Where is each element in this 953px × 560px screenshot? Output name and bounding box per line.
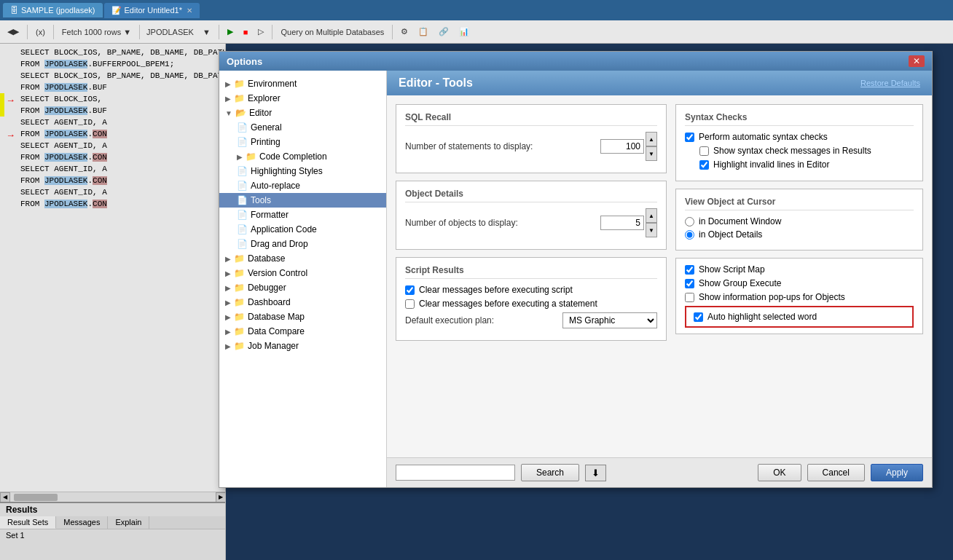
- options-close-btn[interactable]: ✕: [909, 55, 925, 67]
- toolbar-xvar-btn[interactable]: (x): [31, 25, 50, 39]
- object-details-radio[interactable]: [685, 230, 694, 240]
- tree-item-explorer[interactable]: ▶ 📁 Explorer: [219, 91, 386, 106]
- main-area: → → SELECT BLOCK_IOS, BP_NAME, DB_NAME, …: [0, 44, 953, 560]
- view-object-title: View Object at Cursor: [685, 197, 914, 210]
- doc-window-label: in Document Window: [699, 216, 781, 226]
- stop-btn[interactable]: ■: [239, 25, 253, 39]
- cancel-btn[interactable]: Cancel: [807, 464, 865, 481]
- tools-btn4[interactable]: 📊: [455, 25, 474, 39]
- objects-spin-up[interactable]: ▲: [646, 208, 657, 223]
- sql-recall-title: SQL Recall: [405, 112, 657, 126]
- apply-btn[interactable]: Apply: [871, 464, 923, 481]
- folder-icon-env: 📁: [234, 79, 245, 89]
- main-toolbar: ◀▶ (x) Fetch 1000 rows ▼ JPODLASEK ▼ ▶ ■…: [0, 20, 953, 44]
- statements-spin-down[interactable]: ▼: [646, 146, 657, 161]
- tree-arrow-explorer: ▶: [225, 95, 231, 103]
- tree-arrow-dashboard: ▶: [225, 299, 231, 307]
- tree-item-code-completion[interactable]: ▶ 📁 Code Completion: [219, 149, 386, 164]
- folder-icon-dbmap: 📁: [234, 312, 245, 322]
- tree-label-vc: Version Control: [248, 268, 307, 278]
- dialog-overlay: Options ✕ ▶ 📁 Environment ▶ 📁: [0, 44, 953, 560]
- tree-item-db-map[interactable]: ▶ 📁 Database Map: [219, 309, 386, 324]
- objects-row: Number of objects to display: ▲ ▼: [405, 208, 657, 237]
- tree-label-dashboard: Dashboard: [248, 297, 291, 307]
- clear-script-checkbox[interactable]: [405, 285, 415, 295]
- show-messages-row: Show syntax check messages in Results: [685, 146, 914, 156]
- tab-editor-close[interactable]: ✕: [187, 7, 192, 15]
- tools-btn3[interactable]: 🔗: [434, 25, 453, 39]
- object-details-section: Object Details Number of objects to disp…: [396, 181, 667, 250]
- objects-input[interactable]: [600, 216, 644, 230]
- folder-icon-debugger: 📁: [234, 283, 245, 293]
- tree-arrow-debugger: ▶: [225, 284, 231, 292]
- footer-search-input[interactable]: [396, 465, 515, 481]
- tree-item-highlighting[interactable]: 📄 Highlighting Styles: [219, 164, 386, 178]
- show-group-execute-checkbox[interactable]: [685, 279, 694, 288]
- tree-label-formatter: Formatter: [251, 210, 289, 220]
- query-multi-btn[interactable]: Query on Multiple Databases: [276, 25, 388, 39]
- run-all-btn[interactable]: ▷: [254, 25, 268, 39]
- tab-sample[interactable]: 🗄 SAMPLE (jpodlasek): [3, 3, 103, 17]
- tree-item-database[interactable]: ▶ 📁 Database: [219, 251, 386, 266]
- show-info-popups-label: Show information pop-ups for Objects: [699, 292, 845, 302]
- tree-item-tools[interactable]: 📄 Tools: [219, 193, 386, 208]
- tree-item-job-manager[interactable]: ▶ 📁 Job Manager: [219, 339, 386, 353]
- user-label: JPODLASEK: [144, 28, 197, 36]
- toolbar-nav-btn[interactable]: ◀▶: [3, 25, 23, 39]
- tree-arrow-editor: ▼: [225, 109, 232, 117]
- tree-arrow-code-completion: ▶: [237, 153, 243, 161]
- statements-spin-up[interactable]: ▲: [646, 132, 657, 146]
- tree-item-data-compare[interactable]: ▶ 📁 Data Compare: [219, 324, 386, 339]
- options-tree: ▶ 📁 Environment ▶ 📁 Explorer ▼ 📂 Ed: [219, 71, 387, 487]
- script-results-section: Script Results Clear messages before exe…: [396, 257, 667, 341]
- tree-item-debugger[interactable]: ▶ 📁 Debugger: [219, 280, 386, 295]
- scroll-down-btn[interactable]: ⬇: [585, 465, 606, 481]
- highlight-invalid-checkbox[interactable]: [699, 160, 709, 170]
- run-btn[interactable]: ▶: [223, 25, 238, 39]
- tree-arrow-database: ▶: [225, 255, 231, 263]
- toolbar-sep-3: [139, 25, 140, 39]
- perform-auto-checkbox[interactable]: [685, 133, 694, 142]
- folder-icon-datacompare: 📁: [234, 326, 245, 336]
- tree-item-drag-drop[interactable]: 📄 Drag and Drop: [219, 237, 386, 251]
- tree-item-environment[interactable]: ▶ 📁 Environment: [219, 76, 386, 91]
- search-btn[interactable]: Search: [521, 464, 579, 481]
- syntax-checks-title: Syntax Checks: [685, 112, 914, 126]
- tree-item-printing[interactable]: 📄 Printing: [219, 135, 386, 149]
- show-group-execute-label: Show Group Execute: [699, 278, 781, 288]
- folder-icon-dashboard: 📁: [234, 297, 245, 307]
- clear-statement-checkbox[interactable]: [405, 299, 415, 309]
- perform-auto-label: Perform automatic syntax checks: [699, 132, 828, 142]
- execution-plan-select[interactable]: MS Graphic Text XML: [562, 312, 657, 328]
- show-info-popups-checkbox[interactable]: [685, 293, 694, 302]
- tree-item-dashboard[interactable]: ▶ 📁 Dashboard: [219, 295, 386, 309]
- folder-icon-editor: 📂: [235, 108, 246, 118]
- tab-editor[interactable]: 📝 Editor Untitled1* ✕: [104, 3, 200, 18]
- statements-input[interactable]: [600, 139, 644, 154]
- title-bar: 🗄 SAMPLE (jpodlasek) 📝 Editor Untitled1*…: [0, 0, 953, 20]
- execution-plan-label: Default execution plan:: [405, 315, 557, 326]
- tree-item-version-control[interactable]: ▶ 📁 Version Control: [219, 266, 386, 280]
- user-dropdown-btn[interactable]: ▼: [198, 25, 215, 39]
- show-script-map-checkbox[interactable]: [685, 265, 694, 275]
- tools-btn1[interactable]: ⚙: [396, 25, 412, 39]
- auto-highlight-checkbox[interactable]: [694, 312, 703, 322]
- tree-item-formatter[interactable]: 📄 Formatter: [219, 208, 386, 222]
- tree-item-general[interactable]: 📄 General: [219, 120, 386, 135]
- restore-defaults-link[interactable]: Restore Defaults: [860, 79, 920, 87]
- sql-recall-section: SQL Recall Number of statements to displ…: [396, 104, 667, 173]
- tree-item-editor[interactable]: ▼ 📂 Editor: [219, 106, 386, 120]
- ok-btn[interactable]: OK: [758, 464, 801, 481]
- objects-spin-down[interactable]: ▼: [646, 223, 657, 237]
- editor-tools-title: Editor - Tools: [399, 76, 473, 90]
- doc-window-radio[interactable]: [685, 217, 694, 226]
- tree-item-app-code[interactable]: 📄 Application Code: [219, 222, 386, 237]
- tools-btn2[interactable]: 📋: [414, 25, 433, 39]
- tree-item-autoreplace[interactable]: 📄 Auto-replace: [219, 178, 386, 193]
- fetch-btn[interactable]: Fetch 1000 rows ▼: [58, 25, 136, 39]
- tab-editor-label: Editor Untitled1*: [125, 6, 183, 15]
- show-messages-checkbox[interactable]: [699, 146, 709, 156]
- tree-label-debugger: Debugger: [248, 283, 286, 293]
- tree-label-app-code: Application Code: [251, 224, 317, 234]
- view-object-section: View Object at Cursor in Document Window…: [675, 189, 923, 251]
